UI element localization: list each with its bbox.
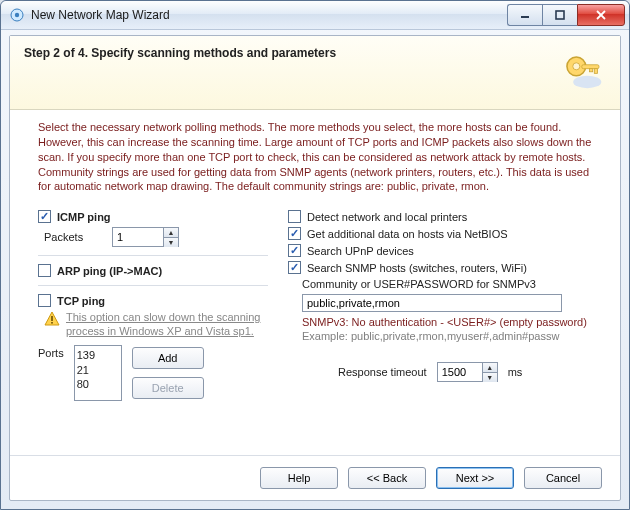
snmp-checkbox[interactable] xyxy=(288,261,301,274)
icmp-ping-label: ICMP ping xyxy=(57,211,111,223)
upnp-checkbox[interactable] xyxy=(288,244,301,257)
timeout-up-icon[interactable]: ▲ xyxy=(483,363,497,373)
svg-rect-10 xyxy=(594,69,597,74)
close-button[interactable] xyxy=(577,4,625,26)
intro-text: Select the necessary network polling met… xyxy=(38,120,602,194)
window-frame: New Network Map Wizard Step 2 of 4. Spec… xyxy=(0,0,630,510)
arp-ping-checkbox[interactable] xyxy=(38,264,51,277)
snmpv3-note: SNMPv3: No authentication - <USER#> (emp… xyxy=(302,316,602,328)
list-item[interactable]: 21 xyxy=(77,363,119,378)
tcp-ping-checkbox[interactable] xyxy=(38,294,51,307)
cancel-button[interactable]: Cancel xyxy=(524,467,602,489)
delete-port-button[interactable]: Delete xyxy=(132,377,204,399)
svg-rect-13 xyxy=(51,316,53,321)
svg-rect-11 xyxy=(590,69,593,72)
snmp-example: Example: public,private,rmon,myuser#,adm… xyxy=(302,330,602,342)
packets-up-icon[interactable]: ▲ xyxy=(164,228,178,238)
wizard-footer: Help << Back Next >> Cancel xyxy=(10,455,620,500)
timeout-input[interactable] xyxy=(438,363,482,381)
timeout-unit: ms xyxy=(508,366,523,378)
arp-ping-label: ARP ping (IP->MAC) xyxy=(57,265,162,277)
titlebar[interactable]: New Network Map Wizard xyxy=(1,1,629,30)
list-item[interactable]: 139 xyxy=(77,348,119,363)
wizard-key-icon xyxy=(556,46,606,96)
icmp-ping-checkbox[interactable] xyxy=(38,210,51,223)
svg-rect-2 xyxy=(521,16,529,18)
divider xyxy=(38,255,268,256)
add-port-button[interactable]: Add xyxy=(132,347,204,369)
window-title: New Network Map Wizard xyxy=(31,8,507,22)
timeout-spinner[interactable]: ▲ ▼ xyxy=(437,362,498,382)
ports-label: Ports xyxy=(38,347,64,359)
tcp-ping-note: This option can slow down the scanning p… xyxy=(66,311,268,339)
svg-point-1 xyxy=(15,13,19,17)
next-button[interactable]: Next >> xyxy=(436,467,514,489)
snmp-label: Search SNMP hosts (switches, routers, Wi… xyxy=(307,262,527,274)
minimize-button[interactable] xyxy=(507,4,542,26)
step-title: Step 2 of 4. Specify scanning methods an… xyxy=(24,46,606,60)
wizard-panel: Step 2 of 4. Specify scanning methods an… xyxy=(9,35,621,501)
maximize-button[interactable] xyxy=(542,4,577,26)
svg-point-6 xyxy=(573,76,601,89)
community-label: Community or USER#PASSWORD for SNMPv3 xyxy=(302,278,602,290)
svg-rect-3 xyxy=(556,11,564,19)
help-button[interactable]: Help xyxy=(260,467,338,489)
list-item[interactable]: 80 xyxy=(77,377,119,392)
divider xyxy=(38,285,268,286)
back-button[interactable]: << Back xyxy=(348,467,426,489)
detect-printers-checkbox[interactable] xyxy=(288,210,301,223)
timeout-label: Response timeout xyxy=(338,366,427,378)
wizard-header: Step 2 of 4. Specify scanning methods an… xyxy=(10,36,620,110)
window-controls xyxy=(507,4,625,26)
app-icon xyxy=(9,7,25,23)
svg-rect-9 xyxy=(582,65,599,69)
svg-point-8 xyxy=(573,63,580,70)
packets-spinner[interactable]: ▲ ▼ xyxy=(112,227,179,247)
ports-listbox[interactable]: 139 21 80 xyxy=(74,345,122,401)
packets-label: Packets xyxy=(44,231,104,243)
packets-down-icon[interactable]: ▼ xyxy=(164,238,178,247)
packets-input[interactable] xyxy=(113,228,163,246)
netbios-checkbox[interactable] xyxy=(288,227,301,240)
community-input[interactable] xyxy=(302,294,562,312)
timeout-down-icon[interactable]: ▼ xyxy=(483,373,497,382)
svg-rect-14 xyxy=(51,322,53,324)
detect-printers-label: Detect network and local printers xyxy=(307,211,467,223)
upnp-label: Search UPnP devices xyxy=(307,245,414,257)
tcp-ping-label: TCP ping xyxy=(57,295,105,307)
netbios-label: Get additional data on hosts via NetBIOS xyxy=(307,228,508,240)
warning-icon xyxy=(44,311,60,327)
